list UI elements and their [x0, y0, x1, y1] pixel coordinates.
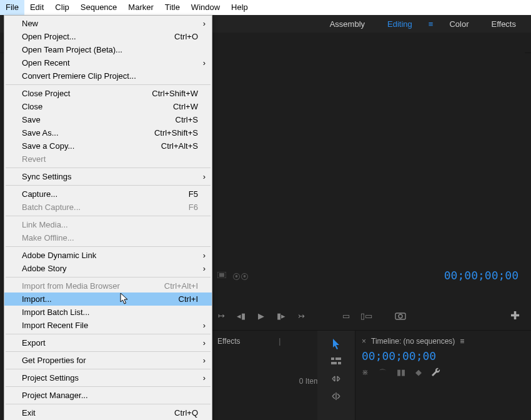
menu-sequence[interactable]: Sequence	[75, 0, 123, 15]
svg-rect-6	[331, 362, 337, 364]
workspace-tab-editing[interactable]: Editing	[376, 19, 424, 29]
menu-marker[interactable]: Marker	[122, 0, 159, 15]
menu-file[interactable]: File	[0, 0, 24, 15]
submenu-arrow-icon: ›	[203, 338, 206, 348]
menu-item-close-project[interactable]: Close ProjectCtrl+Shift+W	[4, 87, 212, 100]
submenu-arrow-icon: ›	[203, 58, 206, 68]
rate-stretch-tool-icon[interactable]	[330, 391, 342, 402]
marker-icon[interactable]: ◆	[415, 368, 422, 379]
menu-item-capture[interactable]: Capture...F5	[4, 188, 212, 201]
timeline-panel: × Timeline: (no sequences) ≡ 00;00;00;00…	[355, 330, 531, 420]
menu-item-label: Batch Capture...	[22, 202, 81, 212]
svg-point-3	[399, 314, 402, 318]
menu-item-project-manager[interactable]: Project Manager...	[4, 389, 212, 402]
menu-item-label: Project Settings	[22, 372, 79, 383]
close-x-icon[interactable]: ×	[362, 337, 366, 346]
file-menu-dropdown[interactable]: New›Open Project...Ctrl+OOpen Team Proje…	[4, 15, 212, 420]
add-marker-icon[interactable]: ▮▮	[397, 368, 405, 379]
workspace-tab-effects[interactable]: Effects	[480, 19, 527, 29]
track-select-tool-icon[interactable]	[330, 356, 342, 367]
menu-item-shortcut: F6	[189, 202, 198, 212]
fit-icon[interactable]	[217, 272, 226, 278]
menu-item-sync-settings[interactable]: Sync Settings›	[4, 170, 212, 183]
menu-item-label: Import...	[22, 294, 52, 304]
menu-item-project-settings[interactable]: Project Settings›	[4, 371, 212, 384]
extract-icon[interactable]: ▯▭	[356, 311, 376, 321]
lift-icon[interactable]: ▭	[336, 311, 356, 321]
go-to-in-icon[interactable]: ↦	[211, 311, 231, 321]
menu-item-label: Exit	[22, 408, 36, 418]
menu-clip[interactable]: Clip	[49, 0, 74, 15]
menu-item-convert-premiere-clip-project[interactable]: Convert Premiere Clip Project...	[4, 69, 212, 82]
menubar[interactable]: FileEditClipSequenceMarkerTitleWindowHel…	[0, 0, 531, 15]
menu-item-exit[interactable]: ExitCtrl+Q	[4, 406, 212, 419]
export-frame-icon[interactable]	[395, 311, 415, 320]
menu-title[interactable]: Title	[159, 0, 186, 15]
play-icon[interactable]: ▶	[251, 311, 271, 321]
menu-item-save-a-copy[interactable]: Save a Copy...Ctrl+Alt+S	[4, 139, 212, 152]
menu-item-open-team-project-beta[interactable]: Open Team Project (Beta)...	[4, 43, 212, 56]
menu-item-label: Close Project	[22, 88, 70, 99]
menu-item-import-batch-list[interactable]: Import Batch List...	[4, 306, 212, 319]
step-forward-icon[interactable]: ▮▸	[271, 311, 291, 321]
go-to-out-icon[interactable]: ↣	[291, 311, 311, 321]
submenu-arrow-icon: ›	[203, 355, 206, 366]
menu-item-get-properties-for[interactable]: Get Properties for›	[4, 354, 212, 367]
menu-item-shortcut: Ctrl+W	[173, 101, 198, 112]
settings-dots-icon[interactable]: ⦿⦿	[232, 272, 241, 278]
menu-item-label: Open Recent	[22, 58, 70, 68]
menu-item-label: Revert	[22, 154, 46, 164]
monitor-bottom-bar: ⦿⦿ 00;00;00;00	[211, 266, 525, 284]
menu-item-shortcut: Ctrl+I	[179, 294, 198, 304]
menu-item-save[interactable]: SaveCtrl+S	[4, 113, 212, 126]
menu-item-save-as[interactable]: Save As...Ctrl+Shift+S	[4, 126, 212, 139]
submenu-arrow-icon: ›	[203, 372, 206, 383]
snap-icon[interactable]: ⋇	[362, 368, 369, 379]
menu-item-shortcut: Ctrl+Alt+I	[164, 281, 198, 291]
menu-item-shortcut: Ctrl+Q	[174, 408, 198, 418]
menu-item-new[interactable]: New›	[4, 17, 212, 30]
linked-selection-icon[interactable]: ⌒	[379, 368, 387, 379]
settings-wrench-icon[interactable]	[432, 368, 440, 379]
menu-item-label: Convert Premiere Clip Project...	[22, 71, 136, 81]
menu-item-label: Export	[22, 338, 46, 348]
workspace-menu-icon[interactable]: ≡	[424, 19, 439, 29]
program-monitor: ⦿⦿ 00;00;00;00	[211, 52, 525, 284]
step-back-icon[interactable]: ◂▮	[231, 311, 251, 321]
menu-item-label: Save As...	[22, 128, 59, 138]
menu-window[interactable]: Window	[186, 0, 226, 15]
submenu-arrow-icon: ›	[203, 250, 206, 261]
menu-item-adobe-story[interactable]: Adobe Story›	[4, 262, 212, 275]
menu-item-open-recent[interactable]: Open Recent›	[4, 56, 212, 69]
menu-item-close[interactable]: CloseCtrl+W	[4, 100, 212, 113]
submenu-arrow-icon: ›	[203, 263, 206, 274]
transport-bar: ↦ ◂▮ ▶ ▮▸ ↣ ▭ ▯▭ ✚	[211, 302, 525, 329]
button-editor-plus-icon[interactable]: ✚	[510, 309, 525, 322]
divider-icon: |	[279, 337, 280, 346]
program-timecode[interactable]: 00;00;00;00	[444, 269, 519, 282]
timeline-timecode[interactable]: 00;00;00;00	[362, 349, 525, 362]
menu-item-import-recent-file[interactable]: Import Recent File›	[4, 319, 212, 332]
tool-palette	[317, 330, 355, 420]
menu-item-open-project[interactable]: Open Project...Ctrl+O	[4, 30, 212, 43]
menu-item-import-from-media-browser: Import from Media BrowserCtrl+Alt+I	[4, 279, 212, 292]
workspace-tab-assembly[interactable]: Assembly	[319, 19, 376, 29]
ripple-edit-tool-icon[interactable]	[330, 373, 342, 384]
menu-item-shortcut: F5	[189, 189, 198, 199]
svg-rect-1	[219, 273, 224, 277]
menu-item-import[interactable]: Import...Ctrl+I	[4, 292, 212, 306]
menu-item-link-media: Link Media...	[4, 218, 212, 231]
menu-item-label: Sync Settings	[22, 171, 72, 182]
tab-effects[interactable]: Effects	[217, 337, 240, 346]
svg-rect-5	[335, 358, 341, 360]
menu-item-shortcut: Ctrl+O	[174, 31, 198, 42]
menu-item-export[interactable]: Export›	[4, 336, 212, 349]
selection-tool-icon[interactable]	[330, 338, 342, 349]
panel-menu-icon[interactable]: ≡	[460, 337, 464, 346]
menu-item-adobe-dynamic-link[interactable]: Adobe Dynamic Link›	[4, 249, 212, 262]
workspace-tab-color[interactable]: Color	[438, 19, 480, 29]
menu-help[interactable]: Help	[226, 0, 254, 15]
menu-item-label: Adobe Dynamic Link	[22, 250, 96, 261]
menu-edit[interactable]: Edit	[24, 0, 49, 15]
menu-item-label: Adobe Story	[22, 263, 67, 274]
